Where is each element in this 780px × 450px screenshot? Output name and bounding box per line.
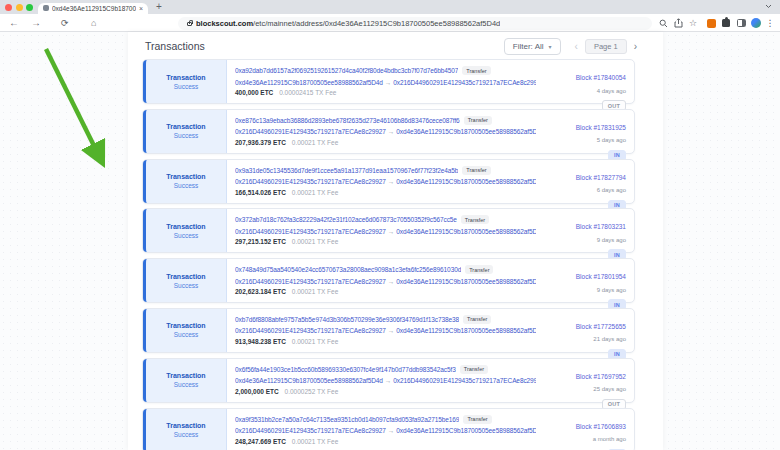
- transaction-card: Transaction Success 0x748a49d75aa540540e…: [142, 258, 635, 303]
- close-window-button[interactable]: [5, 4, 12, 11]
- transaction-hash-link[interactable]: 0x6f56fa44e1903ce1b5cc60b58969330e6307fc…: [235, 366, 456, 373]
- minimize-window-button[interactable]: [16, 4, 23, 11]
- lock-icon[interactable]: [187, 22, 192, 26]
- amount-value: 400,000 ETC: [235, 89, 273, 96]
- to-address-link[interactable]: 0xd4e36Ae112915C9b18700505ee58988562af5D…: [396, 178, 536, 185]
- route-arrow-icon: →: [386, 128, 396, 135]
- bookmark-star-icon[interactable]: ☆: [687, 17, 699, 29]
- from-address-link[interactable]: 0xd4e36Ae112915C9b18700505ee58988562af5D…: [235, 79, 383, 86]
- reload-icon[interactable]: ⟳: [61, 14, 69, 32]
- block-link[interactable]: Block #17697952: [576, 373, 626, 380]
- status-subtitle: Success: [174, 381, 199, 388]
- extensions-puzzle-icon[interactable]: [720, 17, 732, 29]
- to-address-link[interactable]: 0x216D44960291E4129435c719217a7ECAe8c299…: [393, 377, 536, 384]
- transaction-hash-link[interactable]: 0xa9f3531bb2ce7a50a7c64c7135ea9351cb0d14…: [235, 416, 459, 423]
- transaction-card: Transaction Success 0x9a31de05c1345536d7…: [142, 159, 635, 204]
- transaction-hash-link[interactable]: 0x748a49d75aa540540e24cc6570673a28008aec…: [235, 266, 461, 273]
- transaction-type-badge: Transfer: [462, 66, 490, 75]
- transaction-type-badge: Transfer: [465, 265, 493, 274]
- to-address-link[interactable]: 0xd4e36Ae112915C9b18700505ee58988562af5D…: [396, 427, 536, 434]
- transaction-hash-link[interactable]: 0x372ab7d18c762fa3c82229a42f2e31f102ace6…: [235, 216, 457, 223]
- url-text: blockscout.com/etc/mainnet/address/0xd4e…: [196, 19, 500, 28]
- block-link[interactable]: Block #17801954: [576, 273, 626, 280]
- route-arrow-icon: →: [386, 278, 396, 285]
- page-title: Transactions: [145, 40, 205, 52]
- tx-fee: 0.0000252 TX Fee: [285, 388, 339, 395]
- search-icon[interactable]: [657, 17, 669, 29]
- to-address-link[interactable]: 0xd4e36Ae112915C9b18700505ee58988562af5D…: [396, 327, 536, 334]
- status-title: Transaction: [166, 273, 205, 280]
- route-arrow-icon: →: [383, 377, 393, 384]
- from-address-link[interactable]: 0x216D44960291E4129435c719217a7ECAe8c299…: [235, 228, 386, 235]
- transaction-card: Transaction Success 0x6f56fa44e1903ce1b5…: [142, 358, 635, 403]
- from-address-link[interactable]: 0x216D44960291E4129435c719217a7ECAe8c299…: [235, 327, 386, 334]
- status-title: Transaction: [166, 123, 205, 130]
- browser-tab-strip: 0xd4e36Ae112915C9b187005 × +: [0, 0, 780, 14]
- blockscout-favicon-icon: [43, 5, 49, 11]
- transaction-card: Transaction Success 0xb7d6f8808abfe9757a…: [142, 308, 635, 353]
- to-address-link[interactable]: 0xd4e36Ae112915C9b18700505ee58988562af5D…: [396, 278, 536, 285]
- from-address-link[interactable]: 0xd4e36Ae112915C9b18700505ee58988562af5D…: [235, 377, 383, 384]
- maximize-window-button[interactable]: [26, 4, 33, 11]
- transaction-card: Transaction Success 0xa92dab7dd6157a2f06…: [142, 59, 635, 104]
- status-title: Transaction: [166, 422, 205, 429]
- status-subtitle: Success: [174, 83, 199, 90]
- home-icon[interactable]: ⌂: [91, 14, 96, 32]
- status-badge: Transaction Success: [143, 209, 227, 252]
- close-tab-icon[interactable]: ×: [139, 5, 143, 12]
- next-page-icon[interactable]: ›: [634, 41, 637, 52]
- forward-icon[interactable]: →: [31, 14, 41, 32]
- transaction-hash-link[interactable]: 0xa92dab7dd6157a2f0692519261527d4ca40f2f…: [235, 67, 458, 74]
- transaction-meta: Block #17831925 5 days ago IN: [542, 110, 634, 153]
- from-address-link[interactable]: 0x216D44960291E4129435c719217a7ECAe8c299…: [235, 128, 386, 135]
- tx-fee: 0.00021 TX Fee: [292, 288, 339, 295]
- tx-fee: 0.00021 TX Fee: [292, 189, 339, 196]
- to-address-link[interactable]: 0xd4e36Ae112915C9b18700505ee58988562af5D…: [396, 128, 536, 135]
- block-link[interactable]: Block #17606893: [576, 423, 626, 430]
- block-link[interactable]: Block #17840054: [576, 74, 626, 81]
- block-link[interactable]: Block #17725655: [576, 323, 626, 330]
- share-icon[interactable]: [672, 17, 684, 29]
- from-address-link[interactable]: 0x216D44960291E4129435c719217a7ECAe8c299…: [235, 427, 386, 434]
- extension-orange-icon[interactable]: [705, 17, 717, 29]
- block-link[interactable]: Block #17827794: [576, 174, 626, 181]
- from-address-link[interactable]: 0x216D44960291E4129435c719217a7ECAe8c299…: [235, 178, 386, 185]
- block-link[interactable]: Block #17831925: [576, 124, 626, 131]
- transaction-details: 0xb7d6f8808abfe9757a5b5e974d3b306b570299…: [227, 309, 542, 352]
- pagination: ‹ Page 1 ›: [575, 39, 637, 54]
- transaction-hash-link[interactable]: 0xb7d6f8808abfe9757a5b5e974d3b306b570299…: [235, 316, 459, 323]
- block-link[interactable]: Block #17803231: [576, 223, 626, 230]
- age-text: 6 days ago: [542, 187, 626, 193]
- to-address-link[interactable]: 0x216D44960291E4129435c719217a7ECAe8c299…: [393, 79, 536, 86]
- from-address-link[interactable]: 0x216D44960291E4129435c719217a7ECAe8c299…: [235, 278, 386, 285]
- to-address-link[interactable]: 0xd4e36Ae112915C9b18700505ee58988562af5D…: [396, 228, 536, 235]
- filter-caret-icon: ▾: [549, 43, 552, 50]
- transaction-meta: Block #17606893 a month ago IN: [542, 409, 634, 450]
- status-title: Transaction: [166, 173, 205, 180]
- age-text: 25 days ago: [542, 386, 626, 392]
- menu-dots-icon[interactable]: ⋮: [764, 17, 776, 29]
- transaction-hash-link[interactable]: 0x9a31de05c1345536d7de9f1ccee5a91a1377d9…: [235, 167, 458, 174]
- transaction-type-badge: Transfer: [463, 415, 491, 424]
- transaction-details: 0xa92dab7dd6157a2f0692519261527d4ca40f2f…: [227, 60, 542, 103]
- filter-button[interactable]: Filter: All ▾: [504, 38, 561, 55]
- prev-page-icon[interactable]: ‹: [575, 41, 578, 52]
- age-text: 5 days ago: [542, 137, 626, 143]
- status-subtitle: Success: [174, 431, 199, 438]
- status-badge: Transaction Success: [143, 309, 227, 352]
- chevron-down-icon[interactable]: [765, 4, 772, 9]
- address-bar[interactable]: blockscout.com/etc/mainnet/address/0xd4e…: [178, 17, 652, 30]
- page-background: Transactions Filter: All ▾ ‹ Page 1 › Tr…: [0, 32, 780, 450]
- amount-value: 202,623.184 ETC: [235, 288, 286, 295]
- tx-fee: 0.00021 TX Fee: [292, 438, 339, 445]
- transaction-details: 0xe876c13a9ebacb36886d2893ebe678f2635d27…: [227, 110, 542, 153]
- new-tab-button[interactable]: +: [156, 1, 162, 12]
- filter-label: Filter: All: [513, 42, 544, 51]
- profile-avatar[interactable]: [750, 17, 762, 29]
- transaction-type-badge: Transfer: [464, 116, 492, 125]
- side-panel-icon[interactable]: [735, 17, 747, 29]
- browser-tab[interactable]: 0xd4e36Ae112915C9b187005 ×: [38, 3, 148, 15]
- transaction-hash-link[interactable]: 0xe876c13a9ebacb36886d2893ebe678f2635d27…: [235, 117, 460, 124]
- back-icon[interactable]: ←: [9, 14, 19, 32]
- page-number-button[interactable]: Page 1: [585, 39, 627, 54]
